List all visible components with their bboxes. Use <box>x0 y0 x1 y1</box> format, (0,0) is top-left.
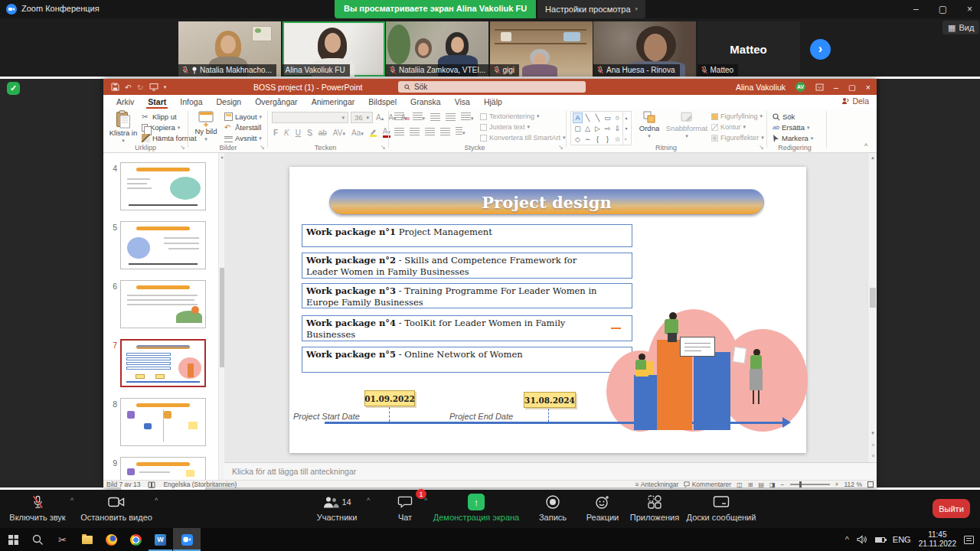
video-tile[interactable]: Nataliia Zamkova, VTEI... <box>386 21 488 77</box>
tab-arkiv[interactable]: Arkiv <box>109 95 141 109</box>
shape-glyph[interactable]: ⇩ <box>612 123 622 134</box>
participants-options-chevron[interactable]: ^ <box>367 497 370 504</box>
taskbar-clock[interactable]: 11:45 21.11.2022 <box>919 530 956 549</box>
layout-button[interactable]: Layout ▾ <box>224 112 262 121</box>
columns-button[interactable]: ▾ <box>456 127 466 136</box>
panel-scrollbar[interactable]: ▴ <box>218 153 224 480</box>
shape-glyph[interactable]: ▭ <box>603 112 612 123</box>
leave-button[interactable]: Выйти <box>933 499 970 518</box>
convert-smartart-button[interactable]: Konvertera till SmartArt ▾ <box>480 134 566 142</box>
arrange-button[interactable]: Ordna ▾ <box>635 110 664 139</box>
zoom-level[interactable]: 112 % <box>844 481 862 488</box>
copy-button[interactable]: Kopiera ▾ <box>142 123 180 132</box>
zoom-in-button[interactable]: + <box>835 481 839 488</box>
numbering-button[interactable]: ▾ <box>413 112 426 122</box>
dialog-launcher-icon[interactable]: ↘ <box>759 144 764 151</box>
slide-thumbnail[interactable] <box>120 221 206 269</box>
bold-button[interactable]: F <box>273 129 278 137</box>
share-screen-button[interactable]: ↑ Демонстрация экрана <box>431 494 521 522</box>
battery-icon[interactable] <box>875 537 885 543</box>
previous-slide-button[interactable]: « <box>871 442 876 448</box>
whiteboards-button[interactable]: Доски сообщений <box>684 494 758 522</box>
save-icon[interactable] <box>111 83 119 91</box>
tray-expand-chevron[interactable]: ^ <box>845 535 849 544</box>
font-color-button[interactable]: A▾ <box>383 127 390 138</box>
word-button[interactable]: W <box>149 528 172 551</box>
snipping-tool-button[interactable]: ✂ <box>51 528 74 551</box>
dialog-launcher-icon[interactable]: ↘ <box>180 144 185 151</box>
taskbar-search-button[interactable] <box>26 528 50 551</box>
text-direction-button[interactable]: Textorientering ▾ <box>480 112 540 120</box>
collapse-ribbon-icon[interactable]: ^ <box>864 142 867 150</box>
minimize-icon[interactable]: – <box>913 4 919 15</box>
line-spacing-button[interactable]: ▾ <box>461 112 474 122</box>
align-text-button[interactable]: Justera text ▾ <box>480 123 530 131</box>
redo-icon[interactable]: ↻ <box>137 83 144 92</box>
tab-visa[interactable]: Visa <box>448 95 477 109</box>
participants-button[interactable]: 14 Участники <box>312 494 361 522</box>
reactions-button[interactable]: Реакции <box>579 494 626 522</box>
mic-options-chevron[interactable]: ^ <box>70 497 74 504</box>
language-indicator[interactable]: ENG <box>893 535 911 544</box>
tab-granska[interactable]: Granska <box>403 95 448 109</box>
shape-gallery[interactable]: A ╲ ╲ ▭ ○ ▢ △ ▷ ⇨ ⇩ ◇ ∼ { } ☆ ▴ <box>570 111 632 145</box>
paste-button[interactable]: Klistra in ▾ <box>108 110 139 144</box>
scroll-up-icon[interactable]: ▴ <box>625 115 627 120</box>
next-slide-button[interactable]: « <box>871 453 876 459</box>
reading-view-button[interactable]: ▤ <box>758 481 764 488</box>
undo-icon[interactable]: ↶ <box>125 83 132 92</box>
slide-thumbnail-selected[interactable] <box>120 339 206 387</box>
text-box-shape[interactable]: A <box>573 112 583 123</box>
slideshow-icon[interactable] <box>149 83 158 91</box>
grow-font-button[interactable]: A▴ <box>376 113 384 122</box>
unmute-button[interactable]: Включить звук <box>6 494 69 522</box>
shape-glyph[interactable]: ○ <box>612 112 622 123</box>
video-tile[interactable]: Ana Huesa - Rinova <box>593 21 696 77</box>
video-options-chevron[interactable]: ^ <box>155 497 158 504</box>
reset-button[interactable]: ↶ Återställ <box>224 123 261 132</box>
share-document-button[interactable]: Dela <box>841 96 869 106</box>
char-spacing-button[interactable]: AV▾ <box>333 129 345 137</box>
close-icon[interactable]: × <box>967 4 972 15</box>
shape-glyph[interactable]: ╲ <box>583 112 593 123</box>
shape-outline-button[interactable]: Kontur ▾ <box>711 123 746 131</box>
view-settings-button[interactable]: Настройки просмотра ▾ <box>537 0 645 18</box>
slideshow-button[interactable]: ◨ <box>769 481 776 488</box>
italic-button[interactable]: K <box>284 129 289 137</box>
justify-button[interactable] <box>440 128 450 135</box>
maximize-icon[interactable]: ▢ <box>939 4 947 15</box>
comments-toggle[interactable]: Kommentarer <box>684 481 731 488</box>
notes-area[interactable]: Klicka för att lägga till anteckningar <box>224 462 877 480</box>
dialog-launcher-icon[interactable]: ↘ <box>381 144 386 151</box>
ribbon-display-options-icon[interactable] <box>815 83 824 91</box>
notes-toggle[interactable]: ≡ Anteckningar <box>635 481 679 488</box>
start-button[interactable] <box>2 528 25 551</box>
scrollbar-thumb[interactable] <box>870 288 876 308</box>
new-slide-button[interactable]: Ny bild ▾ <box>191 110 221 142</box>
zoom-app-button[interactable] <box>173 528 201 551</box>
shape-fill-button[interactable]: Figurfyllning ▾ <box>711 112 763 120</box>
cut-button[interactable]: ✂ Klipp ut <box>142 112 177 121</box>
slide-sorter-button[interactable]: ⊞ <box>748 481 753 488</box>
dialog-launcher-icon[interactable]: ↘ <box>260 144 265 151</box>
tab-start[interactable]: Start <box>141 95 173 109</box>
chrome-button[interactable] <box>124 528 148 551</box>
ppt-close-icon[interactable]: × <box>866 83 871 92</box>
shape-glyph[interactable]: ╲ <box>593 112 603 123</box>
apps-button[interactable]: Приложения <box>628 494 681 522</box>
spellcheck-icon[interactable] <box>148 481 155 488</box>
shape-glyph[interactable]: ▢ <box>573 123 583 134</box>
end-date-box[interactable]: 31.08.2024 <box>524 392 576 408</box>
file-explorer-button[interactable] <box>75 528 99 551</box>
quick-styles-button[interactable]: Snabbformat ▾ <box>665 110 708 139</box>
font-name-combobox[interactable]: ▾ <box>272 112 348 123</box>
text-shadow-button[interactable]: S <box>307 129 312 137</box>
slide-title[interactable]: Project design <box>329 189 764 215</box>
stop-video-button[interactable]: Остановить видео <box>80 494 153 522</box>
align-right-button[interactable] <box>425 128 435 135</box>
chat-button[interactable]: 1 Чат <box>387 494 423 522</box>
replace-button[interactable]: ab Ersätta ▾ <box>773 123 810 132</box>
font-size-combobox[interactable]: 36 ▾ <box>351 112 373 123</box>
view-button[interactable]: ▦ Вид <box>942 21 979 34</box>
zoom-slider-thumb[interactable] <box>799 481 802 487</box>
